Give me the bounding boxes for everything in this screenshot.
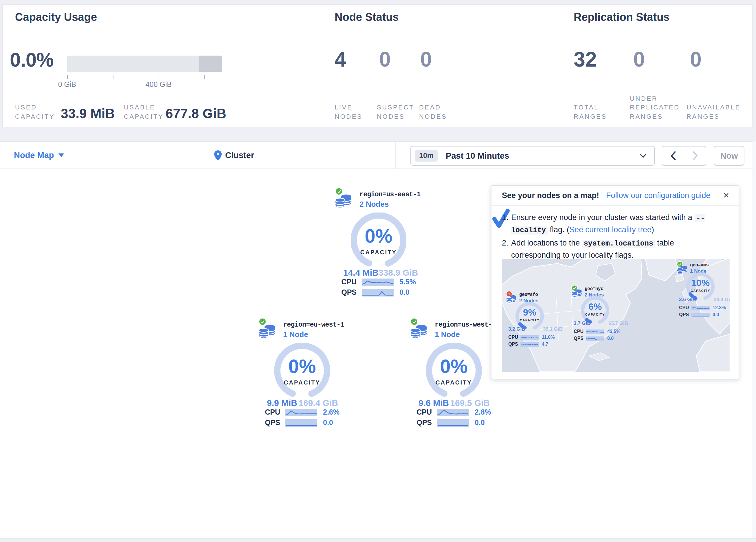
step-back-button[interactable]: [662, 146, 684, 165]
step-forward-button[interactable]: [684, 146, 706, 165]
region-total-capacity: 169.5 GiB: [450, 398, 490, 408]
nodemap-setup-popup: See your nodes on a map! Follow our conf…: [491, 185, 739, 379]
axis-tick: [204, 75, 205, 79]
cpu-label: CPU: [571, 329, 583, 334]
region-card-us-east-1[interactable]: region=us-east-1 2 Nodes 0% CAPACITY 14.…: [335, 186, 423, 299]
axis-tick: [159, 75, 159, 79]
gauge-percent: 6%: [579, 302, 611, 312]
capacity-gauge: 0% CAPACITY: [426, 343, 482, 398]
mini-region-card-sfo: 1 geo=sfo 2 Nodes 9%: [505, 290, 566, 348]
cpu-label: CPU: [410, 408, 432, 416]
view-mode-dropdown[interactable]: Node Map: [14, 142, 65, 168]
region-node-count[interactable]: 1 Node: [435, 330, 460, 339]
capacity-bar: [67, 56, 222, 72]
qps-sparkline: [285, 419, 317, 427]
close-icon[interactable]: ✕: [721, 190, 732, 201]
region-used-capacity: 14.4 MiB: [343, 267, 379, 278]
cpu-label: CPU: [258, 408, 280, 416]
gauge-percent: 10%: [684, 278, 717, 289]
usable-capacity-label: USABLE CAPACITY: [124, 103, 170, 121]
replication-status-title: Replication Status: [574, 11, 670, 24]
gauge-caption: CAPACITY: [513, 319, 546, 322]
region-name: region=us-west-1: [435, 321, 496, 328]
step-text: Ensure every node in your cluster was st…: [511, 213, 694, 222]
used-capacity-label: USED CAPACITY: [15, 103, 61, 121]
db-console-page: Capacity Usage 0.0% 0 GiB 400 GiB USED C…: [0, 0, 756, 542]
qps-sparkline: [362, 289, 394, 296]
configuration-guide-link[interactable]: Follow our configuration guide: [606, 191, 710, 200]
axis-tick: [113, 75, 113, 79]
gauge-caption: CAPACITY: [351, 249, 406, 255]
locality-tree-link[interactable]: See current locality tree: [569, 225, 652, 234]
axis-tick: [67, 75, 68, 79]
live-nodes-label: LIVE NODES: [335, 103, 372, 121]
capacity-percent: 0.0%: [10, 49, 54, 71]
cpu-label: CPU: [335, 278, 357, 286]
breadcrumb-label: Cluster: [225, 150, 254, 160]
cpu-sparkline: [586, 329, 604, 334]
time-range-dropdown[interactable]: 10m Past 10 Minutes: [410, 146, 655, 166]
qps-sparkline: [586, 336, 604, 341]
step-text: ): [652, 225, 654, 234]
region-name: geo=nyc: [585, 286, 603, 291]
suspect-nodes-count: 0: [379, 47, 391, 72]
unavailable-label: UNAVAILABLE RANGES: [687, 103, 746, 121]
region-node-count[interactable]: 2 Nodes: [359, 200, 389, 208]
region-name: geo=sfo: [519, 292, 538, 297]
dead-nodes-count: 0: [420, 47, 432, 72]
qps-label: QPS: [410, 419, 432, 427]
breadcrumb[interactable]: Cluster: [214, 142, 254, 168]
qps-sparkline: [691, 313, 710, 317]
code-system-locations: system.locations: [582, 240, 655, 248]
node-map-canvas[interactable]: region=us-east-1 2 Nodes 0% CAPACITY 14.…: [0, 169, 753, 538]
time-range-label: Past 10 Minutes: [446, 151, 509, 160]
qps-value: 4.7: [542, 342, 548, 347]
cpu-sparkline: [437, 409, 469, 416]
time-range-badge: 10m: [415, 150, 438, 161]
used-capacity-value: 33.9 MiB: [61, 106, 115, 122]
time-step-buttons: [662, 146, 706, 166]
capacity-usage-title: Capacity Usage: [15, 11, 97, 24]
qps-label: QPS: [258, 419, 280, 427]
region-card-eu-west-1[interactable]: region=eu-west-1 1 Node 0% CAPACITY 9.9 …: [258, 317, 346, 429]
dead-nodes-label: DEAD NODES: [419, 103, 456, 121]
qps-label: QPS: [571, 336, 583, 341]
region-name: region=eu-west-1: [283, 321, 344, 328]
qps-value: 0.0: [399, 289, 410, 297]
region-used-capacity: 9.9 MiB: [267, 398, 297, 408]
view-toolbar: Node Map Cluster 10m Past 10 Minutes: [0, 141, 756, 169]
region-total-capacity: 338.9 GiB: [379, 267, 418, 278]
step-number: 2.: [502, 237, 509, 249]
database-icon: [258, 324, 276, 339]
gauge-caption: CAPACITY: [684, 289, 717, 293]
chevron-right-icon: [692, 151, 698, 160]
capacity-bar-other-segment: [199, 56, 222, 72]
qps-value: 0.0: [607, 336, 614, 341]
database-icon: [410, 324, 428, 339]
location-pin-icon: [214, 150, 222, 161]
toolbar-divider: [395, 142, 396, 168]
cpu-value: 42.5%: [607, 329, 620, 334]
gauge-percent: 0%: [351, 225, 406, 247]
region-total-capacity: 34.4 GiB: [714, 297, 730, 302]
popup-body: 1.Ensure every node in your cluster was …: [491, 205, 739, 261]
view-mode-label: Node Map: [14, 150, 54, 160]
gauge-caption: CAPACITY: [426, 379, 482, 386]
region-total-capacity: 169.4 GiB: [298, 398, 338, 408]
region-node-count[interactable]: 1 Node: [283, 330, 308, 339]
qps-label: QPS: [676, 312, 689, 317]
region-card-us-west-1[interactable]: region=us-west-1 1 Node 0% CAPACITY 9.6 …: [410, 317, 498, 429]
cpu-sparkline: [691, 306, 710, 310]
qps-sparkline: [437, 419, 469, 427]
region-name: geo=ams: [690, 262, 709, 267]
step-number: 1.: [502, 212, 509, 223]
under-replicated-label: UNDER-REPLICATED RANGES: [630, 94, 683, 121]
total-ranges-count: 32: [574, 47, 597, 72]
now-button[interactable]: Now: [714, 146, 744, 166]
region-total-capacity: 35.1 GiB: [543, 326, 563, 332]
cpu-value: 2.8%: [475, 408, 491, 416]
cpu-label: CPU: [676, 305, 689, 311]
under-replicated-count: 0: [633, 47, 645, 72]
cpu-sparkline: [362, 278, 394, 286]
chevron-left-icon: [670, 151, 676, 160]
